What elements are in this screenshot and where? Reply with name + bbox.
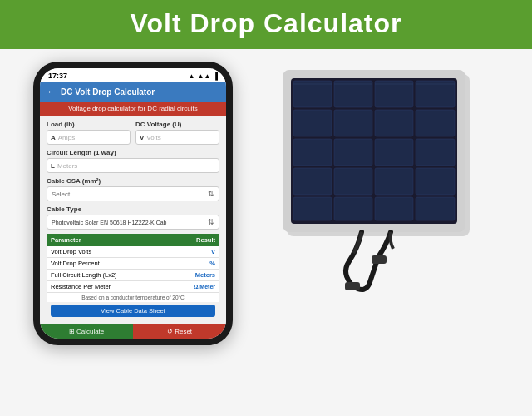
voltage-label: DC Voltage (U)	[135, 121, 219, 128]
circuit-length-input[interactable]: L Meters	[47, 158, 219, 173]
svg-rect-18	[416, 168, 455, 195]
svg-rect-11	[293, 139, 332, 166]
phone-screen: 17:37 ▲ ▲▲ ▐ ← DC Volt Drop Calculator V…	[40, 68, 226, 339]
view-cable-data-button[interactable]: View Cable Data Sheet	[51, 305, 215, 317]
svg-rect-3	[293, 81, 332, 107]
table-row: Volt Drop Volts V	[47, 246, 219, 258]
circuit-length-label: Circuit Length (1 way)	[47, 149, 219, 156]
signal-icon: ▲▲	[197, 72, 210, 80]
solar-panel-graphic	[278, 66, 495, 299]
solar-panel-svg	[278, 66, 495, 299]
circuit-length-placeholder: Meters	[57, 162, 77, 170]
circuit-length-field-group: Circuit Length (1 way) L Meters	[47, 149, 219, 173]
row-param: Full Circuit Length (Lx2)	[47, 270, 170, 281]
svg-rect-12	[334, 139, 372, 166]
cable-csa-label: Cable CSA (mm²)	[47, 177, 219, 185]
svg-rect-13	[375, 139, 413, 166]
row-param: Volt Drop Percent	[47, 258, 170, 270]
row-result: %	[170, 258, 219, 270]
svg-rect-21	[375, 197, 413, 220]
svg-rect-19	[293, 197, 332, 220]
reset-button[interactable]: ↺ Reset	[133, 324, 226, 339]
phone-body: 17:37 ▲ ▲▲ ▐ ← DC Volt Drop Calculator V…	[33, 62, 233, 345]
svg-rect-8	[334, 110, 372, 136]
row-param: Volt Drop Volts	[47, 246, 170, 258]
voltage-prefix: V	[140, 134, 144, 141]
status-icons: ▲ ▲▲ ▐	[189, 72, 218, 80]
svg-rect-15	[293, 168, 332, 195]
main-content: 17:37 ▲ ▲▲ ▐ ← DC Volt Drop Calculator V…	[0, 49, 532, 416]
cable-type-label: Cable Type	[47, 206, 219, 213]
load-placeholder: Amps	[58, 134, 75, 141]
app-title-text: DC Volt Drop Calculator	[61, 87, 155, 97]
table-row: Full Circuit Length (Lx2) Meters	[47, 270, 219, 281]
app-title-bar: ← DC Volt Drop Calculator	[40, 82, 226, 102]
svg-rect-7	[293, 110, 332, 136]
svg-rect-5	[375, 81, 413, 107]
svg-rect-10	[416, 110, 455, 136]
param-column-header: Parameter	[47, 234, 170, 246]
load-prefix: A	[51, 134, 56, 141]
wifi-icon: ▲	[189, 72, 195, 80]
status-time: 17:37	[48, 72, 67, 80]
cable-type-select[interactable]: Photovoltaic Solar EN 50618 H1Z2Z2-K Cab…	[47, 215, 219, 230]
load-label: Load (lb)	[47, 121, 131, 128]
calculate-button[interactable]: ⊞ Calculate	[40, 324, 133, 339]
phone-mockup: 17:37 ▲ ▲▲ ▐ ← DC Volt Drop Calculator V…	[17, 57, 249, 345]
temperature-note: Based on a conductor temperature of 20°C	[47, 293, 219, 302]
bottom-buttons-row: ⊞ Calculate ↺ Reset	[40, 324, 226, 339]
voltage-placeholder: Volts	[146, 134, 160, 141]
cable-csa-select-text: Select	[52, 191, 70, 198]
row-result: Meters	[170, 270, 219, 281]
form-area: Load (lb) A Amps DC Voltage (U) V Volts	[40, 116, 226, 324]
circuit-length-prefix: L	[51, 162, 55, 170]
row-param: Resistance Per Meter	[47, 281, 170, 293]
table-row: Resistance Per Meter Ω/Meter	[47, 281, 219, 293]
table-header-row: Parameter Result	[47, 234, 219, 246]
row-result: Ω/Meter	[170, 281, 219, 293]
voltage-input[interactable]: V Volts	[135, 130, 219, 145]
cable-csa-chevron-icon: ⇅	[208, 190, 214, 198]
page-title: Volt Drop Calculator	[0, 8, 532, 39]
svg-rect-17	[375, 168, 413, 195]
cable-type-chevron-icon: ⇅	[208, 218, 214, 226]
svg-rect-4	[334, 81, 372, 107]
load-field-group: Load (lb) A Amps	[47, 121, 131, 145]
back-icon[interactable]: ←	[47, 86, 57, 97]
app-subtitle-banner: Voltage drop calculator for DC radial ci…	[40, 102, 226, 116]
cable-csa-select[interactable]: Select ⇅	[47, 186, 219, 201]
results-table: Parameter Result Volt Drop Volts V Volt …	[47, 234, 219, 293]
svg-rect-16	[334, 168, 372, 195]
svg-rect-14	[416, 139, 455, 166]
svg-rect-28	[372, 255, 387, 264]
svg-rect-27	[345, 282, 360, 290]
status-bar: 17:37 ▲ ▲▲ ▐	[40, 68, 226, 82]
svg-rect-22	[416, 197, 455, 220]
voltage-field-group: DC Voltage (U) V Volts	[135, 121, 219, 145]
app-header-banner: Volt Drop Calculator	[0, 0, 532, 49]
svg-rect-9	[375, 110, 413, 136]
result-column-header: Result	[170, 234, 219, 246]
table-row: Volt Drop Percent %	[47, 258, 219, 270]
solar-panel-image	[258, 57, 515, 299]
cable-type-field-group: Cable Type Photovoltaic Solar EN 50618 H…	[47, 206, 219, 230]
svg-rect-20	[334, 197, 372, 220]
battery-icon: ▐	[213, 72, 218, 80]
cable-type-select-text: Photovoltaic Solar EN 50618 H1Z2Z2-K Cab	[52, 220, 167, 225]
row-result: V	[170, 246, 219, 258]
svg-rect-6	[416, 81, 455, 107]
load-voltage-row: Load (lb) A Amps DC Voltage (U) V Volts	[47, 121, 219, 145]
cable-csa-field-group: Cable CSA (mm²) Select ⇅	[47, 177, 219, 201]
load-input[interactable]: A Amps	[47, 130, 131, 145]
